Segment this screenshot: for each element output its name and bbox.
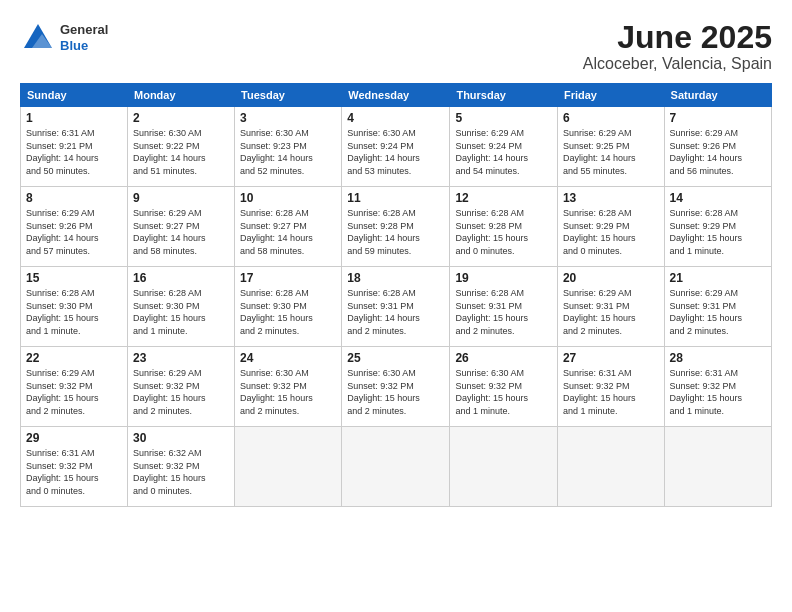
day-number: 30 [133, 431, 229, 445]
day-info: Sunrise: 6:28 AMSunset: 9:28 PMDaylight:… [455, 207, 552, 257]
calendar-week-row: 1Sunrise: 6:31 AMSunset: 9:21 PMDaylight… [21, 107, 772, 187]
day-info: Sunrise: 6:32 AMSunset: 9:32 PMDaylight:… [133, 447, 229, 497]
table-row: 27Sunrise: 6:31 AMSunset: 9:32 PMDayligh… [557, 347, 664, 427]
col-wednesday: Wednesday [342, 84, 450, 107]
day-info: Sunrise: 6:28 AMSunset: 9:27 PMDaylight:… [240, 207, 336, 257]
table-row: 7Sunrise: 6:29 AMSunset: 9:26 PMDaylight… [664, 107, 771, 187]
table-row: 28Sunrise: 6:31 AMSunset: 9:32 PMDayligh… [664, 347, 771, 427]
day-number: 27 [563, 351, 659, 365]
day-info: Sunrise: 6:31 AMSunset: 9:32 PMDaylight:… [26, 447, 122, 497]
table-row: 26Sunrise: 6:30 AMSunset: 9:32 PMDayligh… [450, 347, 558, 427]
day-number: 11 [347, 191, 444, 205]
day-number: 17 [240, 271, 336, 285]
table-row: 2Sunrise: 6:30 AMSunset: 9:22 PMDaylight… [128, 107, 235, 187]
day-number: 23 [133, 351, 229, 365]
table-row: 15Sunrise: 6:28 AMSunset: 9:30 PMDayligh… [21, 267, 128, 347]
col-monday: Monday [128, 84, 235, 107]
day-info: Sunrise: 6:31 AMSunset: 9:32 PMDaylight:… [670, 367, 766, 417]
day-info: Sunrise: 6:29 AMSunset: 9:25 PMDaylight:… [563, 127, 659, 177]
table-row [664, 427, 771, 507]
day-number: 28 [670, 351, 766, 365]
table-row: 3Sunrise: 6:30 AMSunset: 9:23 PMDaylight… [235, 107, 342, 187]
day-info: Sunrise: 6:30 AMSunset: 9:23 PMDaylight:… [240, 127, 336, 177]
day-info: Sunrise: 6:28 AMSunset: 9:28 PMDaylight:… [347, 207, 444, 257]
page: General Blue June 2025 Alcoceber, Valenc… [0, 0, 792, 612]
logo-general-text: General [60, 22, 108, 38]
table-row: 4Sunrise: 6:30 AMSunset: 9:24 PMDaylight… [342, 107, 450, 187]
day-info: Sunrise: 6:28 AMSunset: 9:30 PMDaylight:… [26, 287, 122, 337]
month-title: June 2025 [583, 20, 772, 55]
table-row: 25Sunrise: 6:30 AMSunset: 9:32 PMDayligh… [342, 347, 450, 427]
col-tuesday: Tuesday [235, 84, 342, 107]
title-block: June 2025 Alcoceber, Valencia, Spain [583, 20, 772, 73]
day-info: Sunrise: 6:30 AMSunset: 9:32 PMDaylight:… [455, 367, 552, 417]
day-number: 8 [26, 191, 122, 205]
day-number: 22 [26, 351, 122, 365]
day-number: 3 [240, 111, 336, 125]
calendar-week-row: 15Sunrise: 6:28 AMSunset: 9:30 PMDayligh… [21, 267, 772, 347]
table-row: 20Sunrise: 6:29 AMSunset: 9:31 PMDayligh… [557, 267, 664, 347]
day-number: 4 [347, 111, 444, 125]
day-number: 25 [347, 351, 444, 365]
table-row [342, 427, 450, 507]
day-number: 15 [26, 271, 122, 285]
table-row: 14Sunrise: 6:28 AMSunset: 9:29 PMDayligh… [664, 187, 771, 267]
table-row: 12Sunrise: 6:28 AMSunset: 9:28 PMDayligh… [450, 187, 558, 267]
table-row: 19Sunrise: 6:28 AMSunset: 9:31 PMDayligh… [450, 267, 558, 347]
table-row [235, 427, 342, 507]
col-friday: Friday [557, 84, 664, 107]
day-number: 18 [347, 271, 444, 285]
day-info: Sunrise: 6:28 AMSunset: 9:30 PMDaylight:… [240, 287, 336, 337]
day-info: Sunrise: 6:31 AMSunset: 9:21 PMDaylight:… [26, 127, 122, 177]
logo: General Blue [20, 20, 108, 56]
location-title: Alcoceber, Valencia, Spain [583, 55, 772, 73]
day-info: Sunrise: 6:28 AMSunset: 9:30 PMDaylight:… [133, 287, 229, 337]
day-info: Sunrise: 6:28 AMSunset: 9:31 PMDaylight:… [455, 287, 552, 337]
day-info: Sunrise: 6:29 AMSunset: 9:31 PMDaylight:… [563, 287, 659, 337]
calendar-week-row: 22Sunrise: 6:29 AMSunset: 9:32 PMDayligh… [21, 347, 772, 427]
day-info: Sunrise: 6:29 AMSunset: 9:26 PMDaylight:… [670, 127, 766, 177]
day-number: 7 [670, 111, 766, 125]
day-number: 19 [455, 271, 552, 285]
day-info: Sunrise: 6:28 AMSunset: 9:31 PMDaylight:… [347, 287, 444, 337]
calendar-header-row: Sunday Monday Tuesday Wednesday Thursday… [21, 84, 772, 107]
day-number: 21 [670, 271, 766, 285]
calendar-week-row: 29Sunrise: 6:31 AMSunset: 9:32 PMDayligh… [21, 427, 772, 507]
logo-icon [20, 20, 56, 56]
table-row: 18Sunrise: 6:28 AMSunset: 9:31 PMDayligh… [342, 267, 450, 347]
day-number: 5 [455, 111, 552, 125]
day-info: Sunrise: 6:30 AMSunset: 9:32 PMDaylight:… [347, 367, 444, 417]
day-info: Sunrise: 6:31 AMSunset: 9:32 PMDaylight:… [563, 367, 659, 417]
day-number: 2 [133, 111, 229, 125]
day-info: Sunrise: 6:29 AMSunset: 9:26 PMDaylight:… [26, 207, 122, 257]
col-saturday: Saturday [664, 84, 771, 107]
table-row: 24Sunrise: 6:30 AMSunset: 9:32 PMDayligh… [235, 347, 342, 427]
table-row: 6Sunrise: 6:29 AMSunset: 9:25 PMDaylight… [557, 107, 664, 187]
table-row: 30Sunrise: 6:32 AMSunset: 9:32 PMDayligh… [128, 427, 235, 507]
day-info: Sunrise: 6:28 AMSunset: 9:29 PMDaylight:… [670, 207, 766, 257]
table-row: 23Sunrise: 6:29 AMSunset: 9:32 PMDayligh… [128, 347, 235, 427]
day-number: 6 [563, 111, 659, 125]
day-number: 13 [563, 191, 659, 205]
day-info: Sunrise: 6:29 AMSunset: 9:32 PMDaylight:… [133, 367, 229, 417]
day-number: 10 [240, 191, 336, 205]
day-info: Sunrise: 6:29 AMSunset: 9:31 PMDaylight:… [670, 287, 766, 337]
day-info: Sunrise: 6:29 AMSunset: 9:32 PMDaylight:… [26, 367, 122, 417]
table-row: 1Sunrise: 6:31 AMSunset: 9:21 PMDaylight… [21, 107, 128, 187]
day-info: Sunrise: 6:28 AMSunset: 9:29 PMDaylight:… [563, 207, 659, 257]
day-number: 24 [240, 351, 336, 365]
table-row: 11Sunrise: 6:28 AMSunset: 9:28 PMDayligh… [342, 187, 450, 267]
day-info: Sunrise: 6:29 AMSunset: 9:27 PMDaylight:… [133, 207, 229, 257]
header: General Blue June 2025 Alcoceber, Valenc… [20, 20, 772, 73]
col-thursday: Thursday [450, 84, 558, 107]
day-number: 16 [133, 271, 229, 285]
table-row: 5Sunrise: 6:29 AMSunset: 9:24 PMDaylight… [450, 107, 558, 187]
logo-blue-text: Blue [60, 38, 108, 54]
day-number: 9 [133, 191, 229, 205]
day-info: Sunrise: 6:30 AMSunset: 9:24 PMDaylight:… [347, 127, 444, 177]
table-row: 22Sunrise: 6:29 AMSunset: 9:32 PMDayligh… [21, 347, 128, 427]
table-row [450, 427, 558, 507]
day-number: 29 [26, 431, 122, 445]
table-row: 16Sunrise: 6:28 AMSunset: 9:30 PMDayligh… [128, 267, 235, 347]
table-row: 8Sunrise: 6:29 AMSunset: 9:26 PMDaylight… [21, 187, 128, 267]
